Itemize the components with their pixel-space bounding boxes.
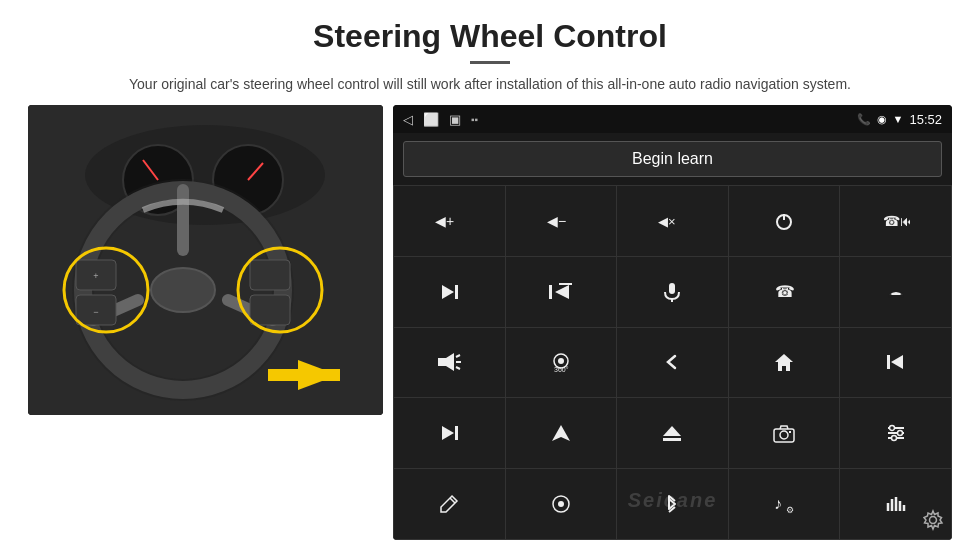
page-title: Steering Wheel Control: [40, 18, 940, 55]
call-button[interactable]: ☎: [729, 257, 840, 327]
android-screen: ◁ ⬜ ▣ ▪▪ 📞 ◉ ▼ 15:52 Begin learn: [393, 105, 952, 540]
svg-marker-38: [438, 353, 454, 371]
svg-text:◀×: ◀×: [658, 214, 676, 229]
steering-wheel-bg: + −: [28, 105, 383, 415]
svg-line-39: [456, 355, 460, 357]
svg-rect-52: [663, 438, 681, 441]
equalizer-settings-button[interactable]: [840, 398, 951, 468]
svg-marker-47: [891, 355, 903, 369]
svg-marker-50: [552, 425, 570, 441]
svg-text:◀+: ◀+: [435, 213, 454, 229]
svg-line-41: [456, 367, 460, 369]
svg-point-37: [900, 294, 904, 298]
svg-rect-29: [455, 285, 458, 299]
svg-point-64: [558, 501, 564, 507]
mute-button[interactable]: ◀×: [617, 186, 728, 256]
recents-nav-icon[interactable]: ▣: [449, 112, 461, 127]
svg-point-61: [891, 436, 896, 441]
svg-marker-51: [663, 426, 681, 436]
phone-prev-button[interactable]: ☎⏮: [840, 186, 951, 256]
svg-text:360°: 360°: [554, 366, 569, 373]
power-button[interactable]: [729, 186, 840, 256]
vol-up-button[interactable]: ◀+: [394, 186, 505, 256]
skip-forward-button[interactable]: [394, 398, 505, 468]
svg-point-11: [151, 268, 215, 312]
svg-rect-30: [549, 285, 552, 299]
svg-text:☎: ☎: [775, 283, 795, 300]
svg-text:+: +: [93, 271, 98, 281]
svg-rect-17: [250, 295, 290, 325]
360-camera-button[interactable]: 360°: [506, 328, 617, 398]
navigate-button[interactable]: [506, 398, 617, 468]
music-button[interactable]: ♪ ⚙: [729, 469, 840, 539]
signal-icon: ▪▪: [471, 114, 478, 125]
title-divider: [470, 61, 510, 64]
svg-rect-48: [455, 426, 458, 440]
fast-prev-button[interactable]: [506, 257, 617, 327]
status-bar: ◁ ⬜ ▣ ▪▪ 📞 ◉ ▼ 15:52: [393, 105, 952, 133]
camera-button[interactable]: [729, 398, 840, 468]
svg-text:♪: ♪: [774, 495, 782, 512]
svg-text:☎⏮: ☎⏮: [883, 213, 910, 229]
svg-marker-31: [555, 285, 569, 299]
wifi-icon: ▼: [893, 113, 904, 125]
svg-rect-16: [250, 260, 290, 290]
skip-prev-button[interactable]: [840, 328, 951, 398]
back-nav-icon[interactable]: ◁: [403, 112, 413, 127]
header-section: Steering Wheel Control Your original car…: [0, 0, 980, 105]
android-screen-wrapper: ◁ ⬜ ▣ ▪▪ 📞 ◉ ▼ 15:52 Begin learn: [393, 105, 952, 540]
controls-grid: ◀+ ◀− ◀× ☎⏮: [393, 185, 952, 540]
svg-point-36: [888, 294, 892, 298]
svg-point-60: [897, 431, 902, 436]
begin-learn-button[interactable]: Begin learn: [403, 141, 942, 177]
svg-point-59: [889, 426, 894, 431]
svg-marker-49: [442, 426, 454, 440]
bluetooth-button[interactable]: [617, 469, 728, 539]
hang-up-button[interactable]: [840, 257, 951, 327]
pen-button[interactable]: [394, 469, 505, 539]
next-track-button[interactable]: [394, 257, 505, 327]
subtitle: Your original car's steering wheel contr…: [90, 74, 890, 95]
status-bar-left: ◁ ⬜ ▣ ▪▪: [403, 112, 478, 127]
svg-point-43: [558, 358, 564, 364]
svg-rect-33: [669, 283, 675, 294]
settings-circle-button[interactable]: [506, 469, 617, 539]
time-display: 15:52: [909, 112, 942, 127]
phone-icon: 📞: [857, 113, 871, 126]
begin-learn-row: Begin learn: [393, 133, 952, 185]
svg-rect-46: [887, 355, 890, 369]
eject-button[interactable]: [617, 398, 728, 468]
svg-text:◀−: ◀−: [547, 213, 566, 229]
mic-button[interactable]: [617, 257, 728, 327]
svg-point-54: [780, 431, 788, 439]
svg-point-73: [930, 517, 937, 524]
svg-rect-21: [268, 369, 340, 381]
svg-text:⚙: ⚙: [786, 505, 794, 515]
vol-down-button[interactable]: ◀−: [506, 186, 617, 256]
status-bar-right: 📞 ◉ ▼ 15:52: [857, 112, 942, 127]
svg-text:−: −: [93, 307, 98, 317]
home-nav-icon[interactable]: ⬜: [423, 112, 439, 127]
location-icon: ◉: [877, 113, 887, 126]
content-area: + − ◁: [0, 105, 980, 548]
settings-gear-icon[interactable]: [922, 509, 944, 536]
svg-marker-28: [442, 285, 454, 299]
home-button[interactable]: [729, 328, 840, 398]
svg-marker-45: [775, 354, 793, 371]
back-button[interactable]: [617, 328, 728, 398]
car-image-container: + −: [28, 105, 383, 415]
horn-button[interactable]: [394, 328, 505, 398]
controls-area: ◀+ ◀− ◀× ☎⏮: [393, 185, 952, 540]
page-container: Steering Wheel Control Your original car…: [0, 0, 980, 548]
svg-rect-55: [789, 431, 791, 433]
